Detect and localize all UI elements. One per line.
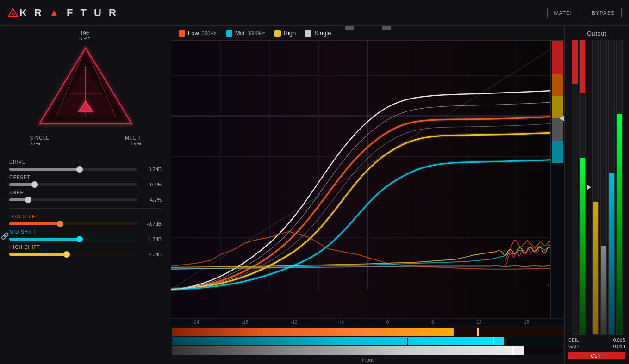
output-meter-3 [592,40,599,335]
mid-shift-value: 4.3dB [141,236,162,242]
legend-mid: Mid 3500Hz [226,30,265,37]
triangle-area: 19% DRY [9,31,162,146]
offset-row: 9.4% [9,182,162,187]
ceil-value: 0.0dB [613,338,625,343]
link-icon[interactable]: 🔗 [1,232,9,240]
graph-inner[interactable]: dBFS 6 0 -6 -12 -18 -24 [171,41,564,318]
input-label: Input [171,356,564,364]
meter-bars-section: Input [171,326,564,364]
meter-bar-mid-fill [172,337,504,345]
knee-label: KNEE [9,190,162,195]
high-shift-group: HIGH SHIFT 2.0dB [9,245,162,257]
main-layout: 19% DRY [0,26,629,364]
legend-bar: Low 350Hz Mid 3500Hz High Single [171,26,564,41]
meter-bar-mid [172,337,563,345]
meter-arrow-container [587,40,591,335]
xaxis-6: -6 [340,320,344,325]
drive-value: 8.2dB [141,167,162,172]
gain-value: 0.0dB [613,344,625,349]
meter-bar-single-spike [512,346,514,355]
xaxis-6p: 6 [431,320,434,325]
main-graph-svg: dBFS 6 0 -6 -12 -18 -24 [171,41,564,318]
clip-button[interactable]: CLIP [568,352,625,359]
output-meter-1 [572,40,578,335]
meter-bar-mid-spike [493,337,494,345]
main-sliders: DRIVE 8.2dB OFFSET 9.4% [9,160,162,203]
meter-bar-mid-gap [407,338,408,345]
mid-shift-track[interactable] [9,238,137,241]
high-shift-track[interactable] [9,253,137,256]
bypass-button[interactable]: BYPASS [585,8,622,18]
output-meter-4-gray [601,246,606,334]
output-meter-3-yellow [593,202,598,334]
low-shift-row: -0.7dB [9,221,162,227]
legend-low: Low 350Hz [179,30,217,37]
legend-mid-freq: 3500Hz [248,31,265,36]
knee-row: 4.7% [9,197,162,203]
triangle-widget[interactable] [35,43,137,136]
xaxis-12: -12 [291,320,297,325]
gain-row: GAIN 0.0dB [568,344,625,349]
output-meter-5-cyan [609,173,614,334]
legend-low-freq: 350Hz [202,31,217,36]
meter-bar-single [172,346,563,355]
knee-value: 4.7% [141,197,162,203]
left-panel: 19% DRY [0,26,171,364]
xaxis-labels: -24 -18 -12 -6 0 6 12 18 [171,318,564,326]
high-shift-value: 2.0dB [141,252,162,257]
right-main: Low 350Hz Mid 3500Hz High Single [171,26,629,364]
low-shift-track[interactable] [9,222,137,225]
header: K R ▲ F T U R MATCH BYPASS [0,0,629,26]
graph-with-yaxis: dBFS 6 0 -6 -12 -18 -24 [171,41,564,318]
meter-bar-low-spike [477,328,479,336]
output-meter-5 [608,40,615,335]
meter-marker [560,116,564,121]
legend-high-color [274,30,281,37]
graph-section: Low 350Hz Mid 3500Hz High Single [171,26,564,364]
legend-single: Single [305,30,331,37]
drive-row: 8.2dB [9,167,162,172]
meter-arrow-indicator [587,185,591,190]
xaxis-18p: 18 [524,320,529,325]
output-title: Output [587,31,606,37]
output-meter-2-green [580,158,585,334]
knee-group: KNEE 4.7% [9,190,162,203]
legend-low-label: Low [188,30,199,37]
knee-track[interactable] [9,198,137,201]
dry-percent: 19% [80,31,90,36]
crossfade-handle-left[interactable] [345,26,354,30]
xaxis-0: 0 [386,320,389,325]
gain-label: GAIN [568,344,579,349]
crossfade-handle-right[interactable] [382,26,391,30]
high-shift-row: 2.0dB [9,252,162,257]
mid-shift-row: 4.3dB [9,236,162,242]
triangle-svg[interactable] [35,43,137,133]
logo-icon [7,7,19,19]
dry-label: DRY [79,36,92,41]
meter-yellow-zone [552,96,563,118]
xaxis-24: -24 [193,320,199,325]
output-meter-6-green [617,114,622,334]
meter-red-zone [552,41,563,74]
offset-track[interactable] [9,183,137,186]
legend-high: High [274,30,296,37]
shift-sliders: LOW SHIFT -0.7dB 🔗 MID SHIFT [9,214,162,257]
meter-orange-zone [552,74,563,96]
drive-track[interactable] [9,168,137,171]
match-button[interactable]: MATCH [547,8,581,18]
ceil-label: CEIL [568,338,579,343]
crossfade-handles [345,26,391,30]
output-meter-2-red [580,40,585,93]
meter-bar-low-fill [172,328,454,336]
header-buttons: MATCH BYPASS [547,8,622,18]
legend-mid-color [226,30,232,37]
low-shift-value: -0.7dB [141,221,162,227]
mid-shift-label: MID SHIFT [9,229,162,234]
offset-value: 9.4% [141,182,162,187]
drive-group: DRIVE 8.2dB [9,160,162,172]
meter-bar-low [172,328,563,336]
single-percent: 22% [30,141,50,146]
high-shift-label: HIGH SHIFT [9,245,162,250]
meter-gray-zone [552,118,563,141]
logo-text: K R ▲ F T U R [19,7,118,19]
